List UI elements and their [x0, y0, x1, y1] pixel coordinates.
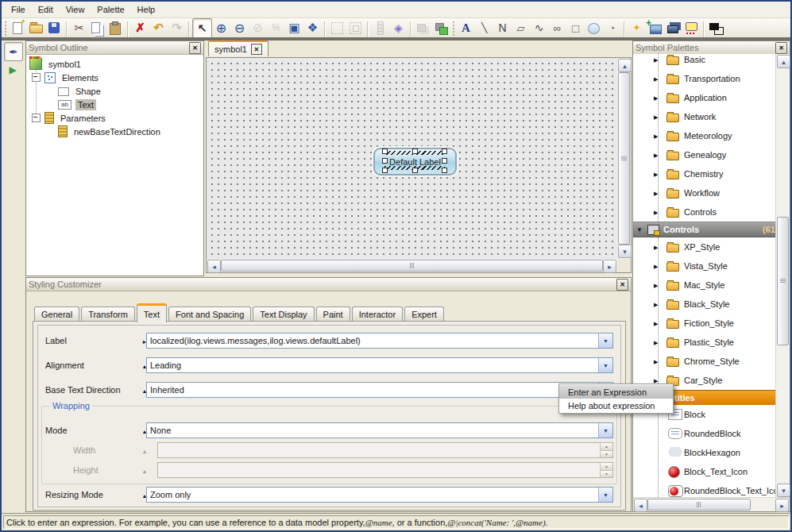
- ungroup-icon[interactable]: [432, 19, 450, 37]
- combo-value[interactable]: Leading: [147, 358, 598, 372]
- tab-transform[interactable]: Transform: [81, 306, 135, 322]
- resizing-mode-combo[interactable]: Zoom only: [146, 487, 613, 503]
- close-icon[interactable]: [251, 44, 262, 55]
- group-icon[interactable]: [414, 19, 432, 37]
- palette-folder-genealogy[interactable]: Genealogy: [633, 145, 776, 164]
- fit-selection-icon[interactable]: [328, 19, 346, 37]
- alignment-combo[interactable]: Leading: [146, 357, 613, 373]
- zoom-percent-icon[interactable]: [267, 19, 285, 37]
- combo-value[interactable]: None: [147, 423, 598, 438]
- selection-handle[interactable]: [412, 148, 418, 154]
- label-combo[interactable]: localized(ilog.views.messages,ilog.views…: [146, 333, 613, 349]
- arc-tool-icon[interactable]: [603, 19, 621, 37]
- menu-view[interactable]: View: [60, 3, 91, 16]
- outline-item-shape[interactable]: Shape: [26, 84, 203, 98]
- combo-value[interactable]: Inherited: [147, 383, 598, 397]
- palette-folder-controls[interactable]: Controls: [633, 202, 776, 222]
- zoom-in-icon[interactable]: [212, 19, 230, 37]
- scroll-thumb[interactable]: [221, 260, 603, 272]
- zoom-window-icon[interactable]: [285, 19, 303, 37]
- selection-overlay[interactable]: [384, 151, 445, 170]
- expand-triangle-icon[interactable]: [654, 75, 661, 83]
- context-item-enter-an-expression[interactable]: Enter an Expression: [559, 385, 673, 399]
- scroll-up-icon[interactable]: [777, 55, 790, 68]
- expand-triangle-icon[interactable]: [654, 263, 661, 270]
- play-icon[interactable]: [6, 64, 19, 76]
- palette-folder-vista-style[interactable]: Vista_Style: [633, 256, 776, 276]
- palette-folder-chemistry[interactable]: Chemistry: [633, 164, 776, 183]
- text-tool-icon[interactable]: [457, 19, 475, 37]
- scroll-down-icon[interactable]: [777, 484, 790, 497]
- selection-handle[interactable]: [442, 158, 447, 164]
- dropdown-arrow-icon[interactable]: [598, 488, 612, 502]
- palette-folder-plastic-style[interactable]: Plastic_Style: [633, 333, 776, 352]
- layers-icon[interactable]: [664, 19, 682, 37]
- palettes-vscrollbar[interactable]: [775, 54, 790, 498]
- palette-folder-workflow[interactable]: Workflow: [633, 183, 776, 202]
- palette-folder-xp-style[interactable]: XP_Style: [633, 237, 776, 256]
- scroll-thumb[interactable]: [647, 499, 751, 511]
- tab-general[interactable]: General: [34, 306, 79, 322]
- combo-value[interactable]: localized(ilog.views.messages,ilog.views…: [147, 333, 598, 348]
- close-icon[interactable]: [616, 279, 628, 291]
- context-item-help-about-expression[interactable]: Help about expression: [559, 399, 673, 412]
- closed-spline-tool-icon[interactable]: [548, 19, 566, 37]
- tab-paint[interactable]: Paint: [316, 306, 350, 322]
- scroll-up-icon[interactable]: [618, 59, 632, 72]
- scroll-right-icon[interactable]: [775, 499, 789, 512]
- canvas-hscrollbar[interactable]: [207, 259, 617, 272]
- selection-handle[interactable]: [382, 168, 388, 173]
- copy-icon[interactable]: [88, 19, 106, 37]
- palette-item-roundedblock-text-icon[interactable]: RoundedBlock_Text_Icon: [633, 481, 776, 498]
- expand-triangle-icon[interactable]: [654, 244, 661, 251]
- editor-canvas[interactable]: Default Label: [206, 57, 632, 273]
- polyline-tool-icon[interactable]: [493, 19, 512, 37]
- fill-stroke-icon[interactable]: [707, 19, 725, 37]
- redo-icon[interactable]: [168, 19, 186, 37]
- selection-handle[interactable]: [382, 148, 388, 154]
- selection-handle[interactable]: [412, 168, 418, 173]
- palette-item-blockhexagon[interactable]: BlockHexagon: [633, 443, 776, 462]
- add-image-icon[interactable]: [646, 19, 664, 37]
- scroll-left-icon[interactable]: [634, 499, 647, 512]
- canvas-vscrollbar[interactable]: [617, 58, 631, 259]
- tab-font-and-spacing[interactable]: Font and Spacing: [168, 306, 251, 322]
- delete-icon[interactable]: [131, 19, 149, 37]
- palette-folder-chrome-style[interactable]: Chrome_Style: [633, 352, 776, 371]
- select-icon[interactable]: [192, 18, 212, 38]
- palette-folder-application[interactable]: Application: [633, 88, 776, 107]
- scroll-thumb[interactable]: [618, 72, 630, 245]
- mode-combo[interactable]: None: [146, 422, 613, 438]
- scroll-left-icon[interactable]: [207, 260, 221, 273]
- undo-icon[interactable]: [149, 19, 168, 37]
- cut-icon[interactable]: [70, 19, 88, 37]
- outline-item-symbol1[interactable]: symbol1: [26, 57, 203, 71]
- expand-triangle-icon[interactable]: [654, 301, 661, 308]
- palette-folder-mac-style[interactable]: Mac_Style: [633, 276, 776, 295]
- pan-icon[interactable]: [303, 19, 322, 37]
- outline-item-text[interactable]: Text: [26, 98, 203, 111]
- expand-triangle-icon[interactable]: [654, 282, 661, 289]
- zoom-out-icon[interactable]: [230, 19, 249, 37]
- base-text-direction-combo[interactable]: Inherited: [146, 382, 613, 398]
- palette-folder-meteorology[interactable]: Meteorology: [633, 126, 776, 145]
- ellipse-tool-icon[interactable]: [585, 19, 603, 37]
- expand-triangle-icon[interactable]: [654, 339, 661, 346]
- tab-text[interactable]: Text: [137, 303, 167, 322]
- close-icon[interactable]: [775, 42, 787, 54]
- expand-triangle-icon[interactable]: [654, 114, 661, 121]
- canvas-grid[interactable]: Default Label: [207, 58, 617, 259]
- palettes-hscrollbar[interactable]: [633, 497, 790, 511]
- expand-triangle-icon[interactable]: [654, 171, 661, 178]
- close-icon[interactable]: [189, 42, 201, 54]
- paste-icon[interactable]: [106, 19, 125, 37]
- combo-value[interactable]: Zoom only: [147, 488, 598, 502]
- scroll-thumb[interactable]: [777, 217, 789, 345]
- palette-folder-fiction-style[interactable]: Fiction_Style: [633, 314, 776, 333]
- palette-item-block-text-icon[interactable]: Block_Text_Icon: [633, 462, 776, 481]
- expand-triangle-icon[interactable]: [654, 152, 661, 159]
- selection-handle[interactable]: [442, 148, 447, 154]
- menu-palette[interactable]: Palette: [91, 3, 130, 16]
- callout-icon[interactable]: [682, 19, 701, 37]
- zoom-area-icon[interactable]: [249, 19, 267, 37]
